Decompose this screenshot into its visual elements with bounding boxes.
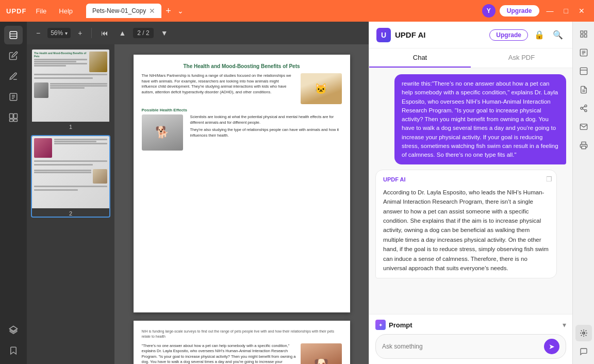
page-display: 2 / 2 — [133, 28, 153, 38]
zoom-dropdown-icon[interactable]: ▾ — [65, 30, 68, 36]
pdf-page-effects-image: 🐕 — [142, 114, 183, 151]
page-total: 2 — [146, 29, 150, 37]
right-icon-extract[interactable] — [575, 81, 592, 98]
zoom-level: 56% — [51, 29, 63, 37]
right-icon-share[interactable] — [575, 100, 592, 117]
sidebar-icon-pages[interactable] — [4, 108, 23, 127]
sidebar-icon-reader[interactable] — [4, 26, 23, 44]
sidebar-icon-form[interactable] — [4, 88, 23, 106]
thumb-1-num: 1 — [32, 124, 109, 130]
svg-line-24 — [582, 109, 585, 110]
ai-upgrade-button[interactable]: Upgrade — [489, 29, 528, 41]
ai-header-right: Upgrade 🔒 🔍 — [489, 28, 565, 42]
prompt-chevron-icon[interactable]: ▾ — [563, 321, 566, 329]
right-icon-email[interactable] — [575, 119, 592, 135]
prompt-input[interactable] — [382, 343, 540, 350]
right-icon-chat[interactable] — [575, 343, 592, 360]
pdf-area: − 56% ▾ + ⏮ ▲ 2 / 2 ▼ — [27, 22, 369, 364]
tab-ask-pdf[interactable]: Ask PDF — [471, 48, 572, 68]
maximize-button[interactable]: □ — [561, 7, 571, 15]
ai-lock-icon[interactable]: 🔒 — [532, 28, 547, 42]
svg-rect-26 — [582, 146, 586, 148]
pdf-content: The Health and Mood-Boosting Benefits of… — [27, 44, 369, 364]
upgrade-button[interactable]: Upgrade — [500, 5, 539, 16]
ai-prompt-area: ✦ Prompt ▾ ➤ — [369, 314, 572, 364]
svg-rect-9 — [10, 119, 13, 122]
expand-icon[interactable]: ⌄ — [177, 7, 184, 15]
svg-rect-14 — [581, 35, 583, 37]
tab-add-icon[interactable]: + — [163, 6, 173, 16]
app-logo: UPDF — [6, 7, 26, 15]
tab-pets[interactable]: Pets-New-01_Copy ✕ — [86, 4, 161, 18]
page-up-button[interactable]: ▲ — [116, 27, 129, 39]
menu-help[interactable]: Help — [54, 5, 78, 17]
prompt-input-row: ➤ — [375, 334, 566, 359]
svg-point-22 — [581, 107, 583, 109]
page-current: 2 — [137, 29, 141, 37]
prompt-header: ✦ Prompt ▾ — [375, 320, 566, 330]
pdf-page-1-image: 🐱 — [301, 73, 342, 104]
right-sidebar — [572, 22, 594, 364]
close-button[interactable]: ✕ — [575, 7, 588, 15]
pdf-page-2-block1: "There's no one answer about how a pet c… — [142, 343, 342, 364]
tab-chat[interactable]: Chat — [369, 48, 471, 68]
right-icon-thumbnail[interactable] — [575, 26, 592, 42]
svg-rect-15 — [584, 35, 587, 37]
ai-search-icon[interactable]: 🔍 — [551, 28, 565, 42]
ai-header: U UPDF AI Upgrade 🔒 🔍 — [369, 22, 572, 48]
thumbnail-2-preview — [32, 136, 109, 208]
user-avatar[interactable]: Y — [482, 4, 496, 18]
page-first-button[interactable]: ⏮ — [98, 27, 111, 39]
svg-point-27 — [583, 332, 585, 334]
svg-rect-10 — [14, 119, 18, 122]
tab-bar: Pets-New-01_Copy ✕ + ⌄ — [86, 4, 478, 18]
ai-tabs: Chat Ask PDF — [369, 48, 572, 68]
svg-line-25 — [582, 106, 585, 108]
thumbnail-panel: The Health and Mood-Boosting Benefits of… — [27, 44, 114, 364]
sidebar-icon-annotate[interactable] — [4, 67, 23, 86]
titlebar: UPDF File Help Pets-New-01_Copy ✕ + ⌄ Y … — [0, 0, 594, 22]
titlebar-right: Y Upgrade — □ ✕ — [482, 4, 588, 18]
ai-response-header: UPDF AI — [383, 175, 549, 185]
menu-file[interactable]: File — [30, 5, 52, 17]
svg-rect-13 — [584, 31, 587, 34]
menu-bar: File Help — [30, 5, 78, 17]
svg-rect-12 — [581, 31, 583, 34]
pdf-page-2-image1: 🐶 — [301, 343, 342, 364]
left-sidebar — [0, 22, 27, 364]
page-down-button[interactable]: ▼ — [158, 27, 171, 39]
sidebar-icon-edit[interactable] — [4, 46, 23, 65]
svg-point-23 — [585, 110, 587, 112]
sidebar-icon-layers[interactable] — [4, 321, 23, 339]
zoom-out-button[interactable]: − — [33, 27, 43, 39]
pdf-toolbar: − 56% ▾ + ⏮ ▲ 2 / 2 ▼ — [27, 22, 369, 44]
prompt-icon: ✦ — [375, 320, 386, 330]
minimize-button[interactable]: — — [543, 7, 557, 15]
tab-label: Pets-New-01_Copy — [92, 7, 146, 14]
ai-logo-icon: U — [376, 28, 391, 42]
pdf-page-1-title: The Health and Mood-Boosting Benefits of… — [142, 63, 342, 70]
svg-rect-17 — [580, 68, 587, 74]
toolbar-separator-1 — [91, 28, 92, 38]
right-icon-print[interactable] — [575, 137, 592, 154]
ai-response: UPDF AI ❐ According to Dr. Layla Esposit… — [375, 170, 557, 278]
right-icon-ocr[interactable] — [575, 44, 592, 61]
thumbnail-page-1[interactable]: The Health and Mood-Boosting Benefits of… — [31, 48, 110, 131]
thumbnail-page-2[interactable]: 2 — [31, 135, 110, 218]
prompt-label: Prompt — [389, 321, 559, 329]
right-icon-ai[interactable] — [575, 325, 592, 341]
prompt-send-button[interactable]: ➤ — [544, 339, 559, 354]
pdf-page-1: The Health and Mood-Boosting Benefits of… — [134, 55, 350, 312]
tab-close-icon[interactable]: ✕ — [149, 7, 155, 15]
pdf-page-2: NIH is funding large-scale surveys to fi… — [134, 321, 350, 364]
right-icon-redact[interactable] — [575, 63, 592, 79]
ai-response-text: According to Dr. Layla Esposito, who lea… — [383, 188, 549, 273]
zoom-display: 56% ▾ — [47, 28, 71, 38]
copy-icon[interactable]: ❐ — [546, 174, 552, 185]
ai-chat-area: rewrite this:"There’s no one answer abou… — [369, 68, 572, 314]
pdf-page-1-content: The NIH/Mars Partnership is funding a ra… — [142, 73, 342, 104]
svg-rect-0 — [10, 31, 17, 39]
sidebar-icon-bookmark[interactable] — [4, 341, 23, 360]
user-message: rewrite this:"There’s no one answer abou… — [394, 74, 566, 164]
zoom-in-button[interactable]: + — [75, 27, 85, 39]
